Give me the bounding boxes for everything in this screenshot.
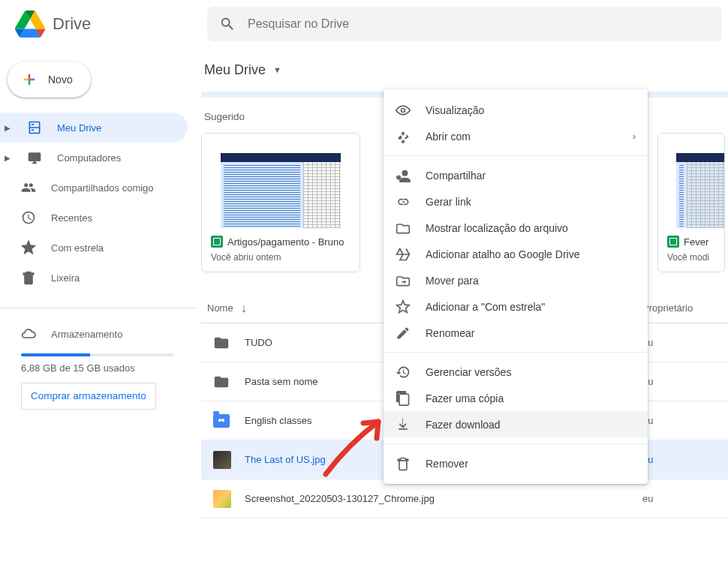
menu-item-add-shortcut[interactable]: Adicionar atalho ao Google Drive [384, 241, 648, 267]
sidebar-item-label: Recentes [51, 212, 92, 224]
card-thumbnail [202, 134, 359, 228]
download-icon [396, 417, 411, 432]
card-subtitle: Você modi [667, 252, 715, 263]
buy-storage-button[interactable]: Comprar armazenamento [21, 383, 156, 410]
folder-move-icon [396, 273, 411, 288]
sidebar-item-storage[interactable]: Armazenamento [0, 319, 195, 349]
column-owner[interactable]: Proprietário [642, 302, 725, 314]
item-owner: eu [642, 337, 725, 348]
menu-item-label: Fazer uma cópia [426, 392, 504, 404]
menu-item-open-with[interactable]: Abrir com › [384, 123, 648, 149]
copy-icon [396, 391, 411, 406]
sidebar-item-starred[interactable]: Com estrela [0, 233, 188, 263]
sort-arrow-down-icon: ↓ [241, 302, 247, 315]
card-title: Artigos/pagamento - Bruno [227, 236, 344, 248]
menu-item-get-link[interactable]: Gerar link [384, 188, 648, 215]
menu-item-move-to[interactable]: Mover para [384, 267, 648, 293]
menu-item-download[interactable]: Fazer download [384, 411, 648, 437]
search-icon [219, 16, 236, 32]
card-thumbnail [658, 134, 724, 228]
person-add-icon [396, 168, 411, 183]
suggested-card[interactable]: Fever Você modi [657, 133, 725, 272]
svg-point-0 [402, 108, 405, 112]
menu-item-label: Adicionar a "Com estrela" [426, 301, 545, 313]
expand-icon: ▶ [5, 124, 14, 132]
star-icon [21, 240, 38, 255]
folder-icon [213, 335, 231, 351]
header: Drive [0, 0, 728, 48]
sidebar: Novo ▶ Meu Drive ▶ Computadores Comparti… [0, 48, 195, 568]
expand-icon: ▶ [5, 154, 14, 162]
menu-item-label: Abrir com [426, 131, 471, 143]
card-subtitle: Você abriu ontem [211, 252, 350, 263]
storage-text: 6,88 GB de 15 GB usados [21, 362, 195, 374]
item-owner: eu [642, 454, 725, 465]
sidebar-item-my-drive[interactable]: ▶ Meu Drive [0, 113, 188, 143]
folder-open-icon [396, 221, 411, 236]
search-input[interactable] [248, 17, 710, 31]
link-icon [396, 194, 411, 209]
trash-icon [396, 456, 411, 471]
item-owner: eu [642, 415, 725, 426]
menu-item-show-location[interactable]: Mostrar localização do arquivo [384, 215, 648, 241]
item-owner: eu [642, 493, 725, 504]
menu-item-remove[interactable]: Remover [384, 450, 648, 476]
clock-icon [21, 210, 38, 225]
storage-meter [21, 353, 174, 356]
sheets-icon [211, 236, 223, 248]
menu-item-rename[interactable]: Renomear [384, 320, 648, 346]
menu-item-label: Remover [426, 458, 468, 470]
chevron-right-icon: › [633, 131, 636, 142]
table-row[interactable]: Screenshot_20220503-130127_Chrome.jpg eu [201, 479, 728, 518]
open-with-icon [396, 129, 411, 144]
sidebar-item-recent[interactable]: Recentes [0, 203, 188, 233]
menu-item-label: Mover para [426, 275, 479, 287]
sheets-icon [667, 236, 679, 248]
eye-icon [396, 103, 411, 118]
menu-item-make-copy[interactable]: Fazer uma cópia [384, 385, 648, 411]
menu-item-label: Compartilhar [426, 170, 486, 182]
item-name: Screenshot_20220503-130127_Chrome.jpg [245, 493, 642, 504]
sidebar-item-shared[interactable]: Compartilhados comigo [0, 173, 188, 203]
context-menu: Visualização Abrir com › Compartilhar Ge… [384, 89, 648, 484]
sidebar-item-trash[interactable]: Lixeira [0, 263, 188, 293]
drive-add-icon [396, 247, 411, 262]
menu-item-label: Gerar link [426, 196, 471, 208]
suggested-card[interactable]: Artigos/pagamento - Bruno Você abriu ont… [201, 133, 360, 272]
shared-icon [21, 180, 38, 195]
menu-item-label: Mostrar localização do arquivo [426, 222, 568, 234]
sidebar-item-computers[interactable]: ▶ Computadores [0, 143, 188, 173]
sidebar-item-label: Meu Drive [57, 122, 101, 134]
star-icon [396, 299, 411, 314]
cloud-icon [21, 326, 38, 341]
menu-item-label: Fazer download [426, 419, 501, 431]
menu-item-label: Visualização [426, 104, 484, 116]
menu-item-add-star[interactable]: Adicionar a "Com estrela" [384, 293, 648, 320]
chevron-down-icon: ▼ [273, 65, 281, 74]
new-button[interactable]: Novo [8, 62, 91, 98]
sidebar-item-label: Com estrela [51, 242, 104, 254]
logo-area[interactable]: Drive [6, 9, 207, 39]
history-icon [396, 365, 411, 380]
menu-item-label: Adicionar atalho ao Google Drive [426, 248, 579, 260]
menu-item-manage-versions[interactable]: Gerenciar versões [384, 359, 648, 385]
plus-icon [21, 71, 38, 88]
folder-icon [213, 374, 231, 390]
drive-icon [27, 120, 44, 135]
sidebar-item-label: Computadores [57, 152, 121, 164]
menu-item-preview[interactable]: Visualização [384, 97, 648, 123]
image-thumb-icon [213, 490, 231, 508]
sidebar-item-label: Compartilhados comigo [51, 182, 154, 194]
image-thumb-icon [213, 451, 231, 469]
sidebar-item-label: Armazenamento [51, 329, 122, 340]
product-name: Drive [53, 14, 91, 34]
menu-item-share[interactable]: Compartilhar [384, 162, 648, 188]
new-button-label: Novo [48, 74, 73, 86]
folder-title-label: Meu Drive [204, 62, 266, 78]
folder-title[interactable]: Meu Drive ▼ [201, 48, 728, 92]
sidebar-item-label: Lixeira [51, 272, 80, 284]
card-title: Fever [684, 236, 708, 248]
computers-icon [27, 150, 44, 165]
search-bar[interactable] [207, 7, 722, 41]
shared-folder-icon [213, 414, 231, 428]
